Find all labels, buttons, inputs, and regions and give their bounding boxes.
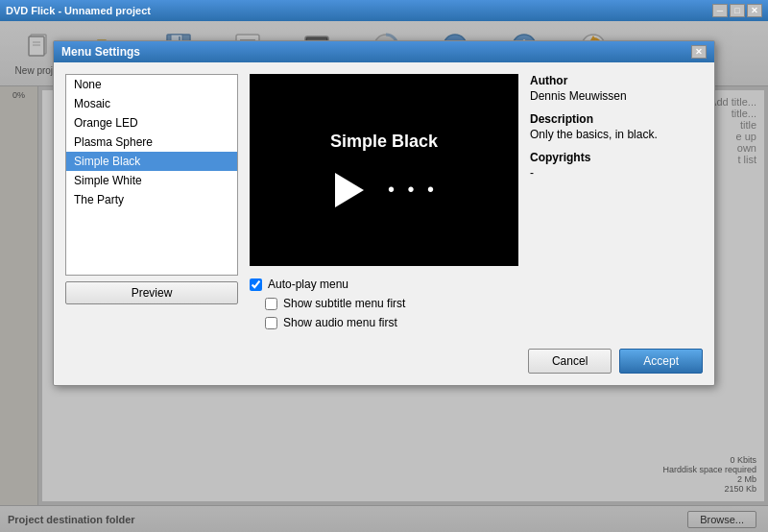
- show-audio-checkbox[interactable]: [265, 317, 277, 329]
- menu-settings-dialog: Menu Settings ✕ None Mosaic Orange LED P…: [53, 40, 715, 386]
- menu-item-simple-black[interactable]: Simple Black: [66, 152, 237, 171]
- author-label: Author: [530, 74, 703, 87]
- show-audio-checkbox-row[interactable]: Show audio menu first: [265, 316, 405, 329]
- window-title: DVD Flick - Unnamed project: [6, 5, 151, 16]
- modal-body: None Mosaic Orange LED Plasma Sphere Sim…: [54, 62, 714, 341]
- menu-item-mosaic[interactable]: Mosaic: [66, 94, 237, 113]
- play-button[interactable]: [330, 171, 369, 209]
- copyrights-label: Copyrights: [530, 151, 703, 164]
- auto-play-label: Auto-play menu: [268, 278, 348, 291]
- info-panel: Author Dennis Meuwissen Description Only…: [530, 74, 703, 329]
- maximize-button[interactable]: □: [730, 4, 745, 17]
- description-value: Only the basics, in black.: [530, 128, 703, 141]
- modal-footer: Cancel Accept: [54, 341, 714, 385]
- checkboxes-group: Auto-play menu Show subtitle menu first: [250, 278, 518, 329]
- accept-button[interactable]: Accept: [619, 349, 703, 374]
- menu-item-none[interactable]: None: [66, 75, 237, 94]
- preview-area: Simple Black • • • Auto-play menu: [250, 74, 518, 329]
- menu-item-plasma-sphere[interactable]: Plasma Sphere: [66, 133, 237, 152]
- minimize-button[interactable]: ─: [712, 4, 728, 17]
- modal-overlay: Menu Settings ✕ None Mosaic Orange LED P…: [0, 21, 768, 532]
- close-button[interactable]: ✕: [747, 4, 762, 17]
- auto-play-checkbox-row[interactable]: Auto-play menu: [250, 278, 518, 291]
- auto-play-checkbox[interactable]: [250, 278, 262, 291]
- show-subtitle-label: Show subtitle menu first: [283, 297, 405, 310]
- show-subtitle-checkbox[interactable]: [265, 298, 277, 310]
- menu-list: None Mosaic Orange LED Plasma Sphere Sim…: [65, 74, 238, 329]
- menu-item-orange-led[interactable]: Orange LED: [66, 113, 237, 133]
- modal-title-bar: Menu Settings ✕: [54, 41, 714, 62]
- video-controls: • • •: [330, 171, 438, 209]
- video-dots: • • •: [388, 179, 438, 201]
- video-preview: Simple Black • • •: [250, 74, 518, 266]
- show-audio-label: Show audio menu first: [283, 316, 397, 329]
- cancel-button[interactable]: Cancel: [528, 349, 612, 374]
- preview-button[interactable]: Preview: [65, 281, 238, 304]
- description-label: Description: [530, 112, 703, 126]
- play-triangle-icon: [335, 173, 364, 207]
- video-preview-title: Simple Black: [330, 132, 438, 152]
- author-value: Dennis Meuwissen: [530, 89, 703, 103]
- title-bar-controls: ─ □ ✕: [712, 4, 762, 17]
- menu-list-box[interactable]: None Mosaic Orange LED Plasma Sphere Sim…: [65, 74, 238, 276]
- modal-close-button[interactable]: ✕: [691, 45, 707, 59]
- menu-item-simple-white[interactable]: Simple White: [66, 171, 237, 190]
- modal-title-text: Menu Settings: [61, 45, 140, 59]
- title-bar: DVD Flick - Unnamed project ─ □ ✕: [0, 0, 768, 21]
- copyrights-value: -: [530, 166, 703, 180]
- menu-item-the-party[interactable]: The Party: [66, 190, 237, 209]
- show-subtitle-checkbox-row[interactable]: Show subtitle menu first: [265, 297, 405, 310]
